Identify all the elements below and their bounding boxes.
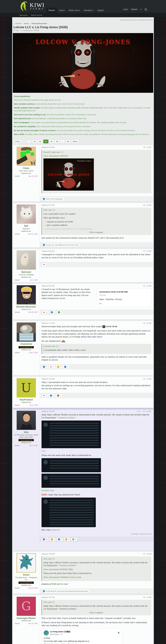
share-icon[interactable] <box>143 410 145 412</box>
post-timestamp[interactable]: Today at 5:55 AM <box>42 146 54 148</box>
avatar[interactable] <box>17 410 36 430</box>
goto-quoted-post-icon[interactable]: ↑ <box>56 346 58 347</box>
auth-link[interactable]: Register <box>131 8 138 10</box>
breadcrumb-link[interactable]: Interior <box>24 22 29 24</box>
share-icon[interactable] <box>143 378 145 380</box>
username-link[interactable]: Null <box>14 225 39 227</box>
null-mention-link[interactable]: @Null <box>50 583 56 585</box>
threadmark-prev-icon[interactable]: « <box>136 410 137 412</box>
click-to-expand[interactable]: Click to expand... <box>43 612 150 614</box>
page-button[interactable]: 1 <box>22 140 26 143</box>
username-link[interactable]: Gamergate Retiree <box>14 617 39 620</box>
consent-accident-link[interactable]: “consent accident.” <box>59 564 77 566</box>
liz-tweet-embed[interactable]: Liz Fong-Jones (方禮真) @lizthegrey · 2h 𝕏 … <box>42 628 122 644</box>
breadcrumb-link[interactable]: Forum Discussion <box>32 22 47 24</box>
username-link[interactable]: Clown <box>14 167 39 170</box>
reaction-pill[interactable]: 1 <box>56 311 63 314</box>
page-button[interactable]: ◂ Prev <box>14 140 21 143</box>
attachment-link[interactable]: View attachment 8699446 Archive Link <box>43 576 81 578</box>
post-number[interactable]: #1,049 <box>146 596 151 598</box>
username-link[interactable]: Glaust <box>14 574 39 576</box>
reaction-pill[interactable]: 5 <box>57 538 63 541</box>
reaction-pill[interactable]: Aussie Joe, Otis Maikevich and Gorton So… <box>42 243 80 246</box>
attachment-link[interactable]: View attachment 8699443 <box>43 568 68 570</box>
site-logo[interactable]: KIWI FARMS <box>19 1 45 11</box>
tweet-screenshot-image[interactable] <box>42 420 101 448</box>
post-timestamp[interactable]: Today at 6:07 AM <box>42 204 54 206</box>
reaction-pill[interactable]: 4 <box>64 538 70 541</box>
reaction-pill[interactable]: 1 <box>63 365 69 368</box>
share-icon[interactable] <box>143 204 145 206</box>
post-timestamp[interactable]: Today at 7:45 AM <box>42 553 54 555</box>
reaction-pill[interactable]: 6 <box>42 365 48 368</box>
theme-toggle-icon[interactable]: ◐ <box>140 8 142 10</box>
goto-quoted-post-icon[interactable]: ↑ <box>53 558 55 560</box>
share-icon[interactable] <box>143 250 145 252</box>
archive-it-link[interactable]: archive it <box>51 529 60 531</box>
reaction-pill[interactable]: 7 <box>49 538 56 541</box>
reaction-pill[interactable]: 2 <box>56 365 62 368</box>
share-icon[interactable] <box>143 146 145 148</box>
share-icon[interactable] <box>143 322 145 324</box>
username-link[interactable]: Gibs <box>14 431 39 434</box>
reaction-pill[interactable]: 2 <box>49 394 55 397</box>
nav-item[interactable]: Members ▾ <box>82 8 95 13</box>
post-timestamp[interactable]: Today at 7:42 AM <box>42 410 54 412</box>
tweet-screenshot-image[interactable] <box>42 498 96 527</box>
threadmark-icon[interactable]: ◉ <box>138 410 140 412</box>
page-button[interactable]: … <box>27 140 31 143</box>
attachment-link[interactable]: View attachment 8699291 <box>43 155 68 157</box>
lolcow-artwork-attachment[interactable]: “Frustration is blind...” LOLCOW V. FONG… <box>43 158 94 190</box>
post-timestamp[interactable]: Today at 6:54 AM <box>42 285 54 287</box>
post-timestamp[interactable]: Today at 7:21 AM <box>42 322 54 324</box>
goto-quoted-post-icon[interactable]: ↑ <box>53 601 55 603</box>
post-number[interactable]: #1,045 <box>146 322 151 324</box>
tweet-screenshot-image[interactable] <box>42 474 101 488</box>
avatar[interactable] <box>17 204 36 224</box>
page-button[interactable]: 60 <box>65 140 70 143</box>
reaction-pill[interactable]: 5 <box>49 311 56 314</box>
page-button[interactable]: 51 <box>32 140 37 143</box>
username-link[interactable]: UttarPradesh <box>14 398 39 401</box>
reaction-pill[interactable]: 5 <box>42 263 48 266</box>
archive-link[interactable]: Archive Link <box>42 489 54 492</box>
avatar[interactable] <box>17 553 36 572</box>
nav-item[interactable]: Support <box>95 8 106 13</box>
avatar[interactable]: "WANTS" YOU <box>17 146 36 166</box>
donation-screenshot[interactable]: Anonymous Giver-$ 10.00 USD Just now Ape… <box>97 288 151 307</box>
post-timestamp[interactable]: Today at 7:40 AM <box>42 378 54 380</box>
nav-item[interactable]: Forums <box>47 8 57 13</box>
post-number[interactable]: #1,042 <box>146 204 151 206</box>
page-button[interactable]: Next ▸ <box>71 140 79 143</box>
username-link[interactable]: Spud gun <box>14 271 39 273</box>
click-to-expand[interactable]: Click to expand... <box>43 231 150 234</box>
share-icon[interactable] <box>143 596 145 598</box>
post-number[interactable]: #1,044 <box>146 285 151 287</box>
avatar[interactable]: Codex Astartes DOES support this action <box>17 285 36 304</box>
subnav-link[interactable]: Search forums <box>31 14 42 16</box>
reaction-pill[interactable]: All the beef fit to eat and ChaosReignsO… <box>42 590 89 593</box>
avatar[interactable]: U <box>17 378 36 398</box>
reaction-pill[interactable]: 4 <box>71 538 77 541</box>
avatar[interactable] <box>17 322 36 342</box>
consent-accident-link[interactable]: “consent accident.” <box>57 416 76 419</box>
post-number[interactable]: #1,048 <box>146 553 151 555</box>
nav-item[interactable]: What's new ▾ <box>67 8 82 13</box>
breadcrumb-link[interactable]: Forums <box>16 22 22 24</box>
username-link[interactable]: Bosnian Baconator <box>14 306 39 308</box>
post-number[interactable]: #1,046 <box>146 378 151 380</box>
page-button[interactable]: 53 <box>43 140 48 143</box>
post-number[interactable]: #1,041 <box>146 146 151 148</box>
avatar[interactable]: G <box>17 596 36 616</box>
nav-item[interactable]: Chat ▾ <box>57 8 67 13</box>
home-icon[interactable]: ⌂ <box>14 22 15 24</box>
post-timestamp[interactable]: Today at 6:54 AM <box>42 250 54 252</box>
share-icon[interactable] <box>143 553 145 555</box>
auth-link[interactable]: Log in <box>123 8 128 10</box>
threadmark-next-icon[interactable]: » <box>141 410 142 412</box>
goto-quoted-post-icon[interactable]: ↑ <box>53 209 55 211</box>
search-icon[interactable] <box>145 8 147 10</box>
reaction-pill[interactable]: 11 <box>42 311 49 314</box>
reaction-pill[interactable]: 4 <box>42 394 48 397</box>
thread-author[interactable]: Null <box>16 30 19 32</box>
